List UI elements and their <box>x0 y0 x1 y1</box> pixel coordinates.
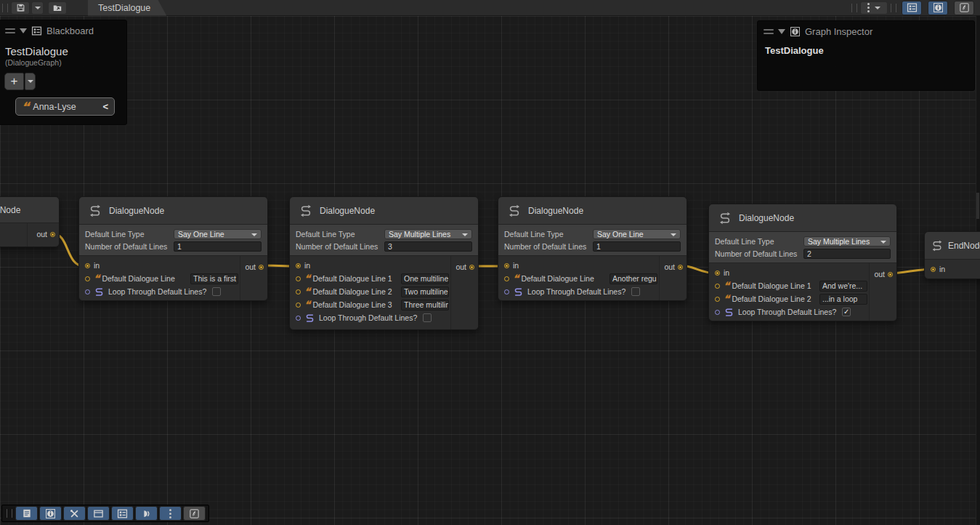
out-port[interactable] <box>50 232 55 237</box>
line-count-field[interactable]: 2 <box>803 249 891 259</box>
dialogue-node-2[interactable]: DialogueNode Default Line Type Say Multi… <box>289 196 479 330</box>
blackboard-field-anna-lyse[interactable]: ❛❛ Anna-Lyse < <box>15 97 115 116</box>
loop-port[interactable] <box>715 310 720 315</box>
save-icon <box>16 3 25 12</box>
in-port[interactable] <box>715 270 720 276</box>
line-count-field[interactable]: 1 <box>174 241 262 252</box>
more-options-button[interactable] <box>159 506 182 521</box>
blackboard-header[interactable]: Blackboard <box>0 20 126 41</box>
drag-handle-icon[interactable] <box>764 29 774 34</box>
speaker-node[interactable]: SpeakerNode SpeakerName out <box>0 196 60 247</box>
dialogue-line-label: Default Dialogue Line 3 <box>312 300 392 309</box>
end-node[interactable]: EndNode in <box>924 231 980 279</box>
loop-checkbox[interactable] <box>423 313 432 322</box>
line-type-dropdown[interactable]: Say One Line <box>593 229 681 239</box>
dialogue-line-field[interactable]: One multiline <box>401 273 449 284</box>
loop-checkbox[interactable] <box>631 287 640 296</box>
blackboard-icon <box>117 508 128 519</box>
graph-inspector-panel[interactable]: Graph Inspector TestDialogue <box>757 20 975 91</box>
scrollbar-thumb[interactable] <box>976 193 979 219</box>
out-port[interactable] <box>678 265 683 270</box>
quote-icon: ❛❛ <box>21 103 28 111</box>
in-port[interactable] <box>931 267 936 272</box>
dialogue-line-port[interactable] <box>85 276 90 281</box>
loop-port[interactable] <box>85 289 90 294</box>
quote-icon: ❛❛ <box>304 275 309 282</box>
toolbar-grip[interactable] <box>851 4 857 12</box>
toolbar-grip[interactable] <box>7 509 12 518</box>
save-options-dropdown[interactable] <box>31 1 44 15</box>
collapse-chevron-icon[interactable] <box>20 28 27 37</box>
quill-icon <box>959 2 970 13</box>
toolbar-grip[interactable] <box>2 4 8 12</box>
dialogue-line-field[interactable]: ...in a loop <box>819 294 867 305</box>
loop-label: Loop Through Default Lines? <box>319 313 417 322</box>
window-toggle-button[interactable] <box>87 506 110 521</box>
dialogue-line-field[interactable]: And we're... <box>819 281 867 292</box>
collapse-chevron-icon[interactable] <box>778 29 785 38</box>
out-port-label: out <box>874 270 885 278</box>
loop-port[interactable] <box>504 289 509 294</box>
loop-checkbox-checked[interactable]: ✓ <box>842 308 851 316</box>
dialogue-line-field[interactable]: This is a first <box>190 273 238 284</box>
blackboard-toggle-button[interactable] <box>111 506 134 521</box>
line-type-dropdown[interactable]: Say One Line <box>174 229 262 239</box>
dialogue-preview-toggle-button[interactable] <box>135 506 158 521</box>
blackboard-graph-name[interactable]: TestDialogue <box>0 41 126 57</box>
dialogue-line-port[interactable] <box>296 276 301 281</box>
line-count-field[interactable]: 1 <box>593 241 681 252</box>
toolbar-grip[interactable] <box>891 4 896 12</box>
in-port[interactable] <box>85 263 90 268</box>
inspector-toggle-button[interactable] <box>39 506 62 521</box>
blackboard-icon <box>31 25 42 36</box>
more-options-button[interactable] <box>860 1 888 15</box>
node-title: EndNode <box>948 241 980 251</box>
preview-toggle-button[interactable] <box>183 506 206 521</box>
dialogue-node-icon <box>718 211 732 225</box>
loop-icon <box>94 286 105 297</box>
dialogue-line-field[interactable]: Two multiline <box>401 286 449 297</box>
drag-handle-icon[interactable] <box>5 28 15 33</box>
in-port[interactable] <box>296 263 301 268</box>
dialogue-line-label: Default Dialogue Line 1 <box>732 281 811 290</box>
dialogue-line-port[interactable] <box>715 297 720 302</box>
out-port[interactable] <box>888 272 893 277</box>
asset-details-toggle-button[interactable] <box>15 506 38 521</box>
quote-icon: ❛❛ <box>304 301 309 308</box>
field-expander-icon[interactable]: < <box>102 101 108 112</box>
dialogue-node-3[interactable]: DialogueNode Default Line Type Say One L… <box>498 196 687 301</box>
graph-inspector-toggle-button[interactable] <box>928 1 948 15</box>
save-button[interactable] <box>11 1 30 15</box>
line-count-field[interactable]: 3 <box>384 241 472 252</box>
dialogue-line-port[interactable] <box>504 276 509 281</box>
dialogue-node-icon <box>507 204 522 218</box>
graph-inspector-header[interactable]: Graph Inspector <box>758 21 974 42</box>
info-icon <box>790 26 801 37</box>
dialogue-line-field[interactable]: Another regu <box>610 273 657 284</box>
tools-toggle-button[interactable] <box>63 506 86 521</box>
dialogue-line-port[interactable] <box>296 289 301 294</box>
loop-port[interactable] <box>296 316 301 321</box>
add-property-dropdown[interactable] <box>25 73 36 90</box>
loop-checkbox[interactable] <box>212 287 221 296</box>
open-asset-button[interactable] <box>48 1 67 15</box>
graph-tab[interactable]: TestDialogue <box>88 0 166 16</box>
line-type-dropdown[interactable]: Say Multiple Lines <box>803 236 891 247</box>
blackboard-icon <box>907 2 918 13</box>
out-port[interactable] <box>469 265 474 270</box>
out-port[interactable] <box>259 265 264 270</box>
blackboard-toggle-button[interactable] <box>902 1 922 15</box>
add-property-button[interactable]: + <box>4 73 24 90</box>
out-port-label: out <box>664 262 675 271</box>
dialogue-node-4[interactable]: DialogueNode Default Line Type Say Multi… <box>708 204 897 321</box>
line-type-dropdown[interactable]: Say Multiple Lines <box>384 229 472 239</box>
dialogue-line-port[interactable] <box>715 284 720 289</box>
in-port[interactable] <box>504 263 509 268</box>
preview-toggle-button[interactable] <box>954 1 974 15</box>
blackboard-panel[interactable]: Blackboard TestDialogue (DialogueGraph) … <box>0 20 127 125</box>
dialogue-line-port[interactable] <box>296 302 301 308</box>
dialogue-node-1[interactable]: DialogueNode Default Line Type Say One L… <box>78 196 268 301</box>
dialogue-line-field[interactable]: Three multilin <box>401 300 449 310</box>
tools-icon <box>69 508 80 519</box>
kebab-icon <box>867 3 870 12</box>
